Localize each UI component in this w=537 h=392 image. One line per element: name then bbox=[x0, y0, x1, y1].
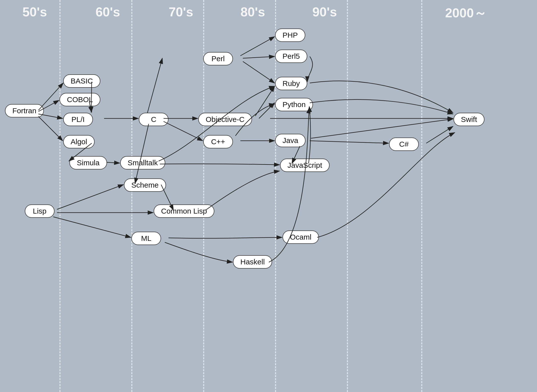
node-ruby: Ruby bbox=[275, 77, 307, 90]
node-cobol: COBOL bbox=[59, 93, 100, 106]
node-perl: Perl bbox=[203, 52, 233, 65]
node-commonlisp: Common Lisp bbox=[154, 204, 214, 218]
node-simula: Simula bbox=[69, 156, 107, 169]
node-smalltalk: Smalltalk bbox=[120, 156, 165, 169]
node-scheme: Scheme bbox=[124, 178, 166, 192]
node-c: C bbox=[139, 113, 169, 126]
node-lisp: Lisp bbox=[25, 204, 55, 218]
divider-1 bbox=[59, 0, 60, 392]
node-ml: ML bbox=[131, 232, 161, 245]
arrows-diagram bbox=[0, 0, 537, 392]
era-2000: 2000～ bbox=[441, 4, 491, 22]
node-python: Python bbox=[275, 98, 313, 111]
era-50s: 50's bbox=[15, 4, 55, 19]
node-objectivec: Objective-C bbox=[198, 113, 252, 126]
node-cpp: C++ bbox=[203, 135, 233, 148]
era-80s: 80's bbox=[233, 4, 273, 19]
era-70s: 70's bbox=[161, 4, 201, 19]
era-60s: 60's bbox=[88, 4, 128, 19]
divider-6 bbox=[421, 0, 422, 392]
node-perl5: Perl5 bbox=[275, 50, 307, 63]
node-php: PHP bbox=[275, 28, 305, 42]
divider-2 bbox=[131, 0, 132, 392]
era-90s: 90's bbox=[305, 4, 344, 19]
node-fortran: Fortran bbox=[5, 104, 44, 117]
node-basic: BASIC bbox=[63, 74, 100, 88]
node-java: Java bbox=[275, 134, 306, 147]
node-algol: Algol bbox=[63, 135, 95, 148]
node-ocaml: Ocaml bbox=[283, 230, 319, 244]
node-javascript: JavaScript bbox=[280, 159, 330, 172]
node-haskell: Haskell bbox=[233, 255, 272, 269]
divider-5 bbox=[347, 0, 348, 392]
node-swift: Swift bbox=[453, 113, 484, 126]
node-pli: PL/I bbox=[63, 113, 93, 126]
node-csharp: C# bbox=[389, 138, 419, 151]
